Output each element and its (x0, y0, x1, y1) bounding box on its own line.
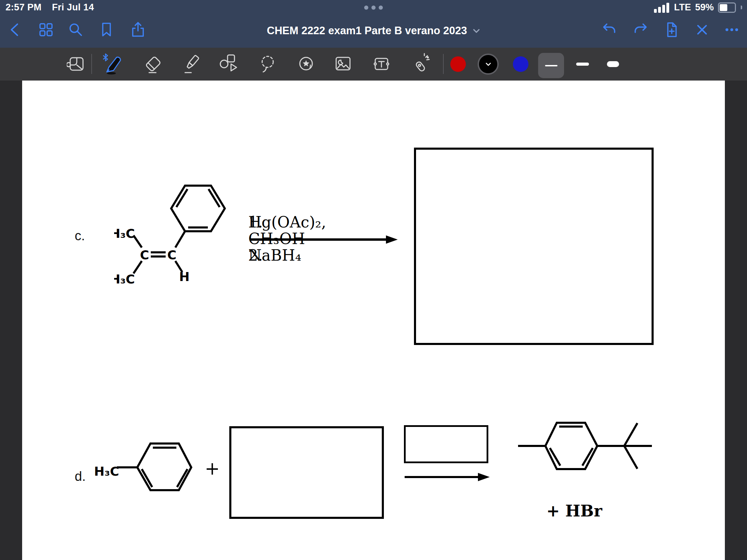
ellipsis-icon (723, 21, 741, 39)
stroke-width-medium[interactable] (576, 63, 589, 66)
color-swatch-blue[interactable] (513, 56, 528, 72)
grid-icon (37, 21, 55, 39)
shapes-icon (219, 53, 238, 75)
bluetooth-pen-tool-active[interactable] (101, 53, 123, 75)
battery-icon (718, 2, 736, 13)
page-flip-tool[interactable] (67, 53, 86, 75)
atom-h: H (179, 270, 190, 284)
status-right: LTE 59% (654, 2, 742, 13)
color-swatch-red[interactable] (450, 56, 466, 72)
answer-box-d-conditions (404, 425, 488, 463)
search-button[interactable] (67, 21, 85, 39)
part-c-label: c. (75, 228, 85, 243)
plus-sign: + (205, 459, 220, 477)
canvas-area: c. H₃C H₃C C C H (0, 81, 747, 560)
stroke-width-thin-selected[interactable] (538, 53, 564, 78)
image-icon (333, 53, 353, 75)
benzene-ring (545, 423, 597, 469)
battery-tip (741, 6, 742, 9)
document-page[interactable]: c. H₃C H₃C C C H (22, 81, 725, 560)
add-page-icon (663, 21, 681, 39)
answer-box-d-reagent (229, 426, 384, 519)
add-page-button[interactable] (663, 21, 681, 39)
carrier-label: LTE (674, 2, 691, 13)
hbr-byproduct: + HBr (546, 503, 602, 519)
chevron-left-icon (7, 21, 25, 39)
exit-annotation-button[interactable] (693, 21, 711, 39)
share-icon (129, 21, 147, 39)
sticker-tool[interactable] (296, 53, 316, 75)
lasso-icon (258, 53, 277, 75)
page-thumbnails-button[interactable] (37, 21, 55, 39)
benzene-ring (171, 186, 225, 231)
benzene-ring (137, 444, 191, 490)
status-left: 2:57 PM Fri Jul 14 (6, 2, 94, 13)
battery-percent: 59% (695, 2, 714, 13)
date: Fri Jul 14 (52, 2, 94, 13)
reaction-arrow-c (249, 233, 398, 246)
clock: 2:57 PM (6, 2, 42, 13)
atom-ch3-bottom: H₃C (114, 272, 135, 286)
molecule-toluene (114, 439, 197, 495)
step-reagents: NaBH₄ (248, 247, 301, 264)
shapes-tool[interactable] (219, 53, 238, 75)
text-box-icon (372, 53, 391, 75)
toolbar-divider (91, 54, 92, 74)
thin-line-glyph (545, 65, 557, 66)
highlighter-tool[interactable] (182, 53, 201, 75)
multitask-dot (364, 6, 368, 10)
image-tool[interactable] (333, 53, 353, 75)
stroke-width-thick[interactable] (607, 61, 619, 67)
atom-c-left: C (140, 248, 149, 262)
answer-box-c (414, 148, 654, 345)
reaction-arrow-d (404, 470, 490, 484)
multitask-dot (379, 6, 383, 10)
bookmark-button[interactable] (98, 21, 116, 39)
laser-pointer-icon (411, 53, 430, 75)
close-x-icon (693, 21, 711, 39)
bluetooth-pen-icon (101, 53, 123, 75)
eraser-icon (144, 53, 163, 75)
back-button[interactable] (7, 21, 25, 39)
signal-icon (654, 2, 670, 13)
top-bar: 2:57 PM Fri Jul 14 LTE 59% (0, 0, 747, 48)
chevron-down-icon (473, 28, 480, 34)
atom-ch3-top: H₃C (114, 226, 135, 241)
search-icon (67, 21, 85, 39)
multitask-dot (371, 6, 376, 10)
undo-icon (600, 21, 618, 39)
ipad-notes-app: { "status_bar": { "time": "2:57 PM", "da… (0, 0, 747, 560)
undo-button[interactable] (600, 21, 618, 39)
redo-icon (632, 21, 650, 39)
laser-pointer-tool[interactable] (411, 53, 430, 75)
sticker-star-icon (296, 53, 316, 75)
share-button[interactable] (129, 21, 147, 39)
pen-toolbar (0, 48, 747, 81)
color-swatch-black-selected[interactable] (478, 54, 499, 75)
lasso-tool[interactable] (258, 53, 277, 75)
molecule-4-tert-butyltoluene (512, 415, 657, 477)
more-options-button[interactable] (723, 21, 741, 39)
atom-c-right: C (167, 248, 176, 262)
redo-button[interactable] (632, 21, 650, 39)
highlighter-icon (182, 53, 201, 75)
part-d-label: d. (75, 469, 86, 484)
toolbar-divider (443, 54, 444, 74)
bookmark-icon (98, 21, 116, 39)
chevron-down-icon (485, 62, 491, 66)
document-title[interactable]: CHEM 2222 exam1 Parte B verano 2023 (265, 24, 482, 37)
text-box-tool[interactable] (372, 53, 391, 75)
page-flip-icon (67, 53, 86, 75)
document-title-text: CHEM 2222 exam1 Parte B verano 2023 (267, 25, 467, 37)
multitask-indicator[interactable] (364, 6, 383, 10)
eraser-tool[interactable] (144, 53, 163, 75)
